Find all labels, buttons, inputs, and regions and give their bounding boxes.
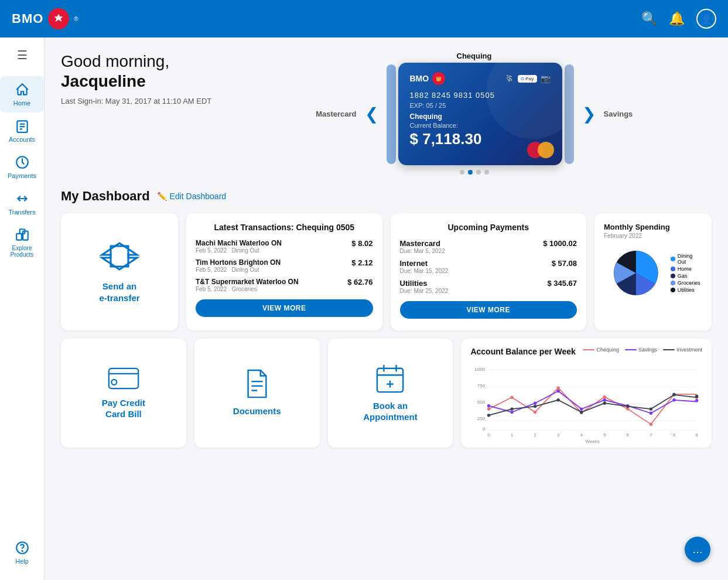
appointment-card[interactable]: Book an Appointment — [328, 339, 453, 448]
card-peek-right — [565, 64, 574, 164]
sidebar-transfers-label: Transfers — [8, 209, 35, 216]
svg-text:1000: 1000 — [475, 367, 486, 372]
user-profile-icon[interactable]: 👤 — [696, 9, 716, 29]
sidebar-accounts-label: Accounts — [9, 136, 35, 143]
spending-legend: Dining Out Home Gas Groceries Utilities — [671, 253, 702, 293]
card-carousel: Chequing Mastercard ❮ BMO 👑 ꈈ — [237, 52, 712, 175]
sidebar-item-home[interactable]: Home — [0, 76, 44, 112]
svg-point-71 — [580, 411, 583, 414]
bmo-badge-icon — [48, 8, 69, 29]
pay-amount-1: $ 1000.02 — [543, 239, 577, 248]
svg-text:750: 750 — [477, 383, 486, 388]
svg-text:1: 1 — [511, 432, 514, 438]
sidebar-item-help[interactable]: Help — [0, 534, 44, 571]
svg-point-52 — [603, 395, 606, 398]
documents-icon — [244, 369, 270, 398]
upcoming-payments-card: Upcoming Payments Mastercard Due: Mar 5,… — [391, 213, 587, 330]
svg-point-74 — [650, 407, 652, 410]
main-layout: ☰ Home Accounts Payments — [0, 37, 728, 580]
svg-point-73 — [627, 405, 630, 408]
svg-rect-14 — [109, 368, 138, 388]
pay-amount-3: $ 345.67 — [547, 279, 577, 288]
svg-text:9: 9 — [696, 432, 699, 438]
svg-text:250: 250 — [477, 416, 486, 421]
bank-card[interactable]: BMO 👑 ꈈ GPay 📷 1882 8245 983 — [398, 63, 562, 165]
dashboard-top-grid: Send an e-transfer Latest Transactions: … — [61, 213, 712, 330]
transactions-title: Latest Transactions: Chequing 0505 — [196, 223, 373, 232]
spending-title: Monthly Spending — [604, 223, 702, 231]
right-card-label: Savings — [604, 110, 639, 118]
search-icon[interactable]: 🔍 — [641, 11, 657, 26]
txn-date-3: Feb 5, 2022 — [196, 286, 227, 292]
top-nav: BMO ® 🔍 🔔 👤 — [0, 0, 728, 37]
svg-text:6: 6 — [627, 432, 630, 438]
dashboard-bottom-grid: Pay Credit Card Bill Documents — [61, 339, 712, 448]
carousel-next-button[interactable]: ❯ — [576, 104, 601, 124]
etransfer-card[interactable]: Send an e-transfer — [61, 213, 178, 330]
mastercard-logo — [527, 142, 554, 158]
balance-chart-title: Account Balance per Week — [470, 347, 575, 356]
txn-amount-3: $ 62.76 — [347, 278, 372, 286]
svg-point-58 — [511, 411, 514, 414]
txn-category-3: Groceries — [231, 286, 257, 292]
monthly-spending-card: Monthly Spending February 2022 — [594, 213, 712, 330]
dot-4[interactable] — [484, 170, 489, 175]
svg-point-10 — [22, 551, 22, 551]
dot-3[interactable] — [476, 170, 481, 175]
svg-point-62 — [603, 398, 606, 401]
sidebar-item-payments[interactable]: Payments — [0, 149, 44, 185]
svg-point-76 — [695, 395, 698, 398]
svg-point-59 — [534, 401, 536, 404]
pay-name-1: Mastercard — [400, 239, 445, 248]
sidebar: ☰ Home Accounts Payments — [0, 37, 45, 580]
last-signin: Last Sign-in: May 31, 2017 at 11:10 AM E… — [61, 97, 225, 105]
spending-subtitle: February 2022 — [604, 233, 702, 239]
edit-dashboard-button[interactable]: ✏️ Edit Dashboard — [157, 192, 227, 201]
carousel-prev-button[interactable]: ❮ — [359, 104, 384, 124]
svg-text:8: 8 — [673, 432, 676, 438]
txn-amount-1: $ 8.02 — [351, 239, 372, 248]
chat-bubble-button[interactable]: … — [685, 537, 710, 562]
svg-text:0: 0 — [488, 432, 491, 438]
bmo-logo[interactable]: BMO ® — [12, 8, 78, 29]
balance-chart-card: Account Balance per Week Chequing Saving… — [461, 339, 712, 448]
hamburger-menu-icon[interactable]: ☰ — [12, 43, 32, 67]
card-bmo-logo: BMO 👑 — [410, 72, 446, 85]
greeting-section: Good morning, Jacqueline Last Sign-in: M… — [61, 52, 225, 105]
svg-rect-20 — [377, 368, 403, 391]
payment-row-3: Utilities Due: Mar 25, 2022 $ 345.67 — [400, 279, 577, 294]
svg-point-68 — [511, 407, 514, 410]
chart-legend: Chequing Savings Investment — [583, 347, 702, 353]
carousel-title: Chequing — [457, 52, 492, 60]
pay-credit-card[interactable]: Pay Credit Card Bill — [61, 339, 186, 448]
dot-2[interactable] — [468, 170, 473, 175]
dot-1[interactable] — [460, 170, 464, 175]
sidebar-item-explore[interactable]: Explore Products — [0, 221, 44, 264]
card-balance-label: Current Balance: — [410, 122, 551, 129]
svg-point-72 — [603, 401, 606, 404]
calendar-icon — [375, 364, 405, 393]
documents-label: Documents — [233, 405, 281, 417]
card-exp: EXP: 05 / 25 — [410, 102, 551, 109]
svg-text:4: 4 — [580, 432, 583, 438]
svg-point-54 — [650, 422, 652, 425]
dashboard-title: My Dashboard — [61, 189, 150, 204]
main-content: Good morning, Jacqueline Last Sign-in: M… — [45, 37, 728, 580]
txn-category-1: Dining Out — [231, 247, 259, 254]
pay-name-2: Internet — [400, 259, 449, 268]
pay-due-1: Due: Mar 5, 2022 — [400, 248, 445, 254]
sidebar-item-accounts[interactable]: Accounts — [0, 112, 44, 149]
appointment-label: Book an Appointment — [363, 400, 417, 423]
notification-bell-icon[interactable]: 🔔 — [669, 11, 685, 26]
txn-amount-2: $ 2.12 — [351, 258, 372, 267]
sidebar-item-transfers[interactable]: Transfers — [0, 185, 44, 221]
transactions-card: Latest Transactions: Chequing 0505 Machi… — [186, 213, 382, 330]
chart-header: Account Balance per Week Chequing Saving… — [470, 347, 702, 356]
svg-text:500: 500 — [477, 400, 486, 405]
left-card-label: Mastercard — [310, 110, 357, 118]
payments-view-more-button[interactable]: VIEW MORE — [400, 301, 577, 319]
payment-row-1: Mastercard Due: Mar 5, 2022 $ 1000.02 — [400, 239, 577, 254]
carousel-dots — [460, 170, 489, 175]
documents-card[interactable]: Documents — [194, 339, 320, 448]
transactions-view-more-button[interactable]: VIEW MORE — [196, 299, 373, 317]
